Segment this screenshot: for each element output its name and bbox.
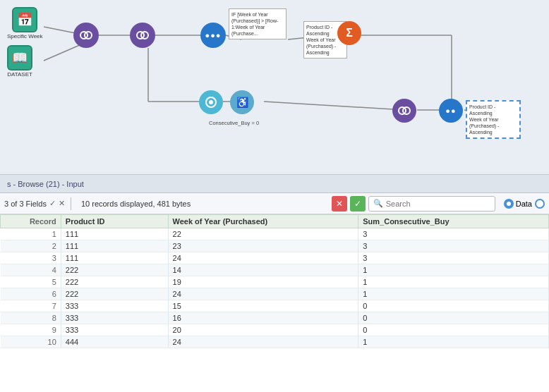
table-cell: 10 (1, 336, 61, 348)
table-row: 2111233 (1, 240, 549, 252)
table-body: 1111223211123331112434222141522219162222… (1, 228, 549, 348)
table-cell: 14 (168, 264, 358, 276)
fields-label: 3 of 3 Fields (4, 200, 47, 208)
view-mode-radio: Data (504, 199, 545, 209)
table-cell: 5 (1, 276, 61, 288)
data-radio-dot (507, 202, 511, 206)
fields-check-icon[interactable]: ✓ (49, 199, 56, 208)
toolbar-separator (71, 197, 71, 210)
breadcrumb-text: s - Browse (21) - Input (7, 180, 84, 188)
table-cell: 222 (61, 288, 168, 300)
node-summarize[interactable]: Σ (337, 21, 361, 45)
table-cell: 8 (1, 312, 61, 324)
table-row: 10444241 (1, 336, 549, 348)
table-cell: 3 (358, 252, 549, 264)
table-cell: 111 (61, 228, 168, 240)
table-row: 8333160 (1, 312, 549, 324)
table-cell: 444 (61, 336, 168, 348)
svg-point-20 (209, 100, 213, 104)
table-cell: 1 (1, 228, 61, 240)
data-radio-label: Data (516, 200, 532, 208)
search-box[interactable]: 🔍 (368, 196, 495, 212)
viz-radio-circle (535, 199, 545, 209)
node-specific-week-label: Specific Week (7, 34, 43, 40)
workflow-canvas[interactable]: 📅 Specific Week 📖 DATASET ●●● IF [Week o… (0, 0, 549, 175)
node-specific-week[interactable]: 📅 Specific Week (7, 7, 43, 40)
table-cell: 1 (358, 276, 549, 288)
table-cell: 20 (168, 324, 358, 336)
consecutive-label: Consecutive_Buy = 0 (209, 120, 259, 126)
table-cell: 222 (61, 276, 168, 288)
table-cell: 333 (61, 312, 168, 324)
table-header-row: Record Product ID Week of Year (Purchase… (1, 215, 549, 228)
breadcrumb-bar: s - Browse (21) - Input (0, 175, 549, 193)
node-join1[interactable] (73, 23, 99, 48)
data-toolbar: 3 of 3 Fields ✓ ✕ 10 records displayed, … (0, 193, 549, 214)
col-header-sum[interactable]: Sum_Consecutive_Buy (358, 215, 549, 228)
node-formula2[interactable] (199, 90, 223, 114)
table-row: 3111243 (1, 252, 549, 264)
table-cell: 0 (358, 324, 549, 336)
table-cell: 23 (168, 240, 358, 252)
table-row: 4222141 (1, 264, 549, 276)
table-cell: 24 (168, 288, 358, 300)
node-filter-box[interactable]: IF [Week of Year (Purchased)] > [Row-1:W… (229, 8, 286, 39)
col-header-product-id[interactable]: Product ID (61, 215, 168, 228)
table-cell: 22 (168, 228, 358, 240)
table-cell: 3 (1, 252, 61, 264)
table-cell: 1 (358, 264, 549, 276)
table-row: 7333150 (1, 300, 549, 312)
confirm-button[interactable]: ✓ (350, 196, 366, 212)
table-cell: 3 (358, 228, 549, 240)
search-input[interactable] (386, 200, 485, 208)
table-row: 9333200 (1, 324, 549, 336)
table-cell: 19 (168, 276, 358, 288)
table-cell: 333 (61, 324, 168, 336)
table-cell: 15 (168, 300, 358, 312)
table-row: 1111223 (1, 228, 549, 240)
node-browse-box[interactable]: Product ID - AscendingWeek of Year (Purc… (466, 100, 521, 139)
data-table: Record Product ID Week of Year (Purchase… (0, 214, 549, 348)
table-cell: 1 (358, 288, 549, 300)
table-cell: 111 (61, 252, 168, 264)
viz-radio-button[interactable] (535, 199, 545, 209)
table-cell: 16 (168, 312, 358, 324)
node-join4[interactable]: ●● (439, 99, 463, 123)
table-cell: 9 (1, 324, 61, 336)
node-join3[interactable] (392, 99, 416, 123)
node-record-id[interactable]: ♿ (230, 90, 254, 114)
col-header-week[interactable]: Week of Year (Purchased) (168, 215, 358, 228)
table-cell: 6 (1, 288, 61, 300)
data-radio-circle (504, 199, 514, 209)
table-cell: 333 (61, 300, 168, 312)
node-dataset-label: DATASET (7, 72, 32, 78)
records-info: 10 records displayed, 481 bytes (77, 200, 329, 208)
table-cell: 24 (168, 336, 358, 348)
table-cell: 4 (1, 264, 61, 276)
data-table-wrapper: Record Product ID Week of Year (Purchase… (0, 214, 549, 392)
fields-x-icon[interactable]: ✕ (59, 199, 65, 208)
node-dataset[interactable]: 📖 DATASET (7, 45, 32, 78)
table-row: 6222241 (1, 288, 549, 300)
node-formula1[interactable]: ●●● (200, 23, 226, 48)
search-icon: 🔍 (373, 199, 383, 208)
table-cell: 0 (358, 312, 549, 324)
table-cell: 24 (168, 252, 358, 264)
table-cell: 222 (61, 264, 168, 276)
node-join2[interactable] (130, 23, 155, 48)
data-radio-button[interactable]: Data (504, 199, 532, 209)
table-cell: 0 (358, 300, 549, 312)
svg-line-12 (264, 102, 404, 110)
col-header-record: Record (1, 215, 61, 228)
table-cell: 7 (1, 300, 61, 312)
table-cell: 1 (358, 336, 549, 348)
table-row: 5222191 (1, 276, 549, 288)
cancel-button[interactable]: ✕ (332, 196, 347, 212)
table-cell: 3 (358, 240, 549, 252)
table-cell: 2 (1, 240, 61, 252)
table-cell: 111 (61, 240, 168, 252)
